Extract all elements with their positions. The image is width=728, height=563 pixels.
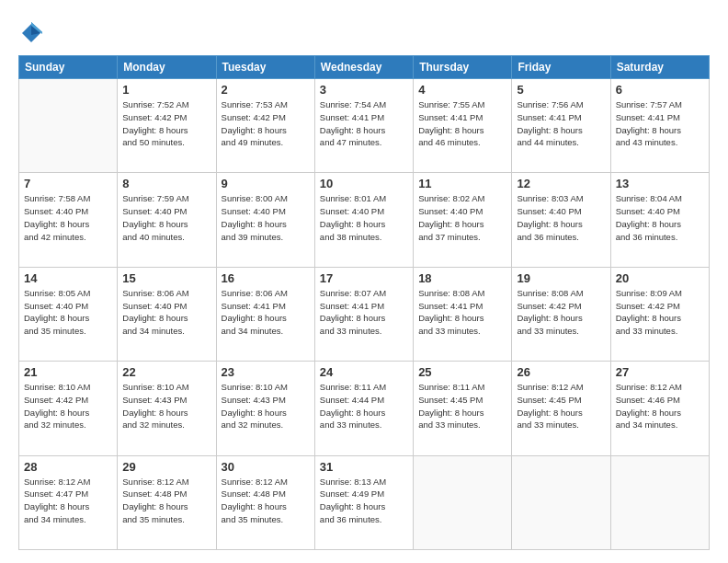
calendar-header-thursday: Thursday	[414, 56, 512, 79]
day-number: 21	[24, 365, 112, 379]
calendar-cell: 26Sunrise: 8:12 AM Sunset: 4:45 PM Dayli…	[512, 362, 610, 455]
day-number: 26	[517, 365, 605, 379]
day-info: Sunrise: 7:52 AM Sunset: 4:42 PM Dayligh…	[122, 98, 210, 149]
calendar-header-sunday: Sunday	[19, 56, 118, 79]
calendar-cell: 14Sunrise: 8:05 AM Sunset: 4:40 PM Dayli…	[19, 267, 118, 361]
day-info: Sunrise: 7:53 AM Sunset: 4:42 PM Dayligh…	[222, 98, 310, 149]
day-info: Sunrise: 8:02 AM Sunset: 4:40 PM Dayligh…	[418, 192, 506, 243]
calendar-cell: 7Sunrise: 7:58 AM Sunset: 4:40 PM Daylig…	[19, 173, 118, 267]
day-info: Sunrise: 8:03 AM Sunset: 4:40 PM Dayligh…	[517, 192, 605, 243]
day-info: Sunrise: 8:05 AM Sunset: 4:40 PM Dayligh…	[24, 287, 112, 338]
day-number: 3	[320, 83, 408, 97]
calendar-cell: 12Sunrise: 8:03 AM Sunset: 4:40 PM Dayli…	[512, 173, 610, 267]
calendar-cell: 19Sunrise: 8:08 AM Sunset: 4:42 PM Dayli…	[512, 267, 610, 361]
day-number: 23	[222, 365, 310, 379]
day-number: 13	[616, 177, 704, 190]
calendar-cell: 15Sunrise: 8:06 AM Sunset: 4:40 PM Dayli…	[118, 267, 216, 361]
header	[18, 17, 710, 46]
calendar-cell: 31Sunrise: 8:13 AM Sunset: 4:49 PM Dayli…	[314, 455, 413, 549]
day-info: Sunrise: 8:13 AM Sunset: 4:49 PM Dayligh…	[320, 476, 408, 526]
calendar-cell: 30Sunrise: 8:12 AM Sunset: 4:48 PM Dayli…	[216, 455, 314, 549]
calendar-cell: 1Sunrise: 7:52 AM Sunset: 4:42 PM Daylig…	[118, 79, 216, 173]
day-info: Sunrise: 7:55 AM Sunset: 4:41 PM Dayligh…	[418, 98, 506, 149]
calendar-cell: 13Sunrise: 8:04 AM Sunset: 4:40 PM Dayli…	[610, 173, 709, 267]
calendar-week-row: 1Sunrise: 7:52 AM Sunset: 4:42 PM Daylig…	[19, 79, 710, 173]
calendar-table: SundayMondayTuesdayWednesdayThursdayFrid…	[18, 55, 710, 550]
calendar-week-row: 21Sunrise: 8:10 AM Sunset: 4:42 PM Dayli…	[19, 362, 710, 455]
calendar-week-row: 14Sunrise: 8:05 AM Sunset: 4:40 PM Dayli…	[19, 267, 710, 361]
day-number: 10	[320, 177, 408, 190]
day-number: 30	[222, 460, 310, 474]
calendar-cell: 16Sunrise: 8:06 AM Sunset: 4:41 PM Dayli…	[216, 267, 314, 361]
calendar-cell: 25Sunrise: 8:11 AM Sunset: 4:45 PM Dayli…	[414, 362, 512, 455]
calendar-week-row: 28Sunrise: 8:12 AM Sunset: 4:47 PM Dayli…	[19, 455, 710, 549]
day-info: Sunrise: 8:10 AM Sunset: 4:43 PM Dayligh…	[122, 381, 210, 431]
day-number: 19	[517, 271, 605, 285]
calendar-cell: 20Sunrise: 8:09 AM Sunset: 4:42 PM Dayli…	[610, 267, 709, 361]
calendar-cell: 22Sunrise: 8:10 AM Sunset: 4:43 PM Dayli…	[118, 362, 216, 455]
calendar-header-saturday: Saturday	[610, 56, 709, 79]
day-number: 16	[222, 271, 310, 285]
calendar-cell	[610, 455, 709, 549]
day-info: Sunrise: 8:10 AM Sunset: 4:42 PM Dayligh…	[24, 381, 112, 431]
calendar-header-friday: Friday	[512, 56, 610, 79]
day-info: Sunrise: 8:12 AM Sunset: 4:47 PM Dayligh…	[24, 476, 112, 526]
calendar-cell: 5Sunrise: 7:56 AM Sunset: 4:41 PM Daylig…	[512, 79, 610, 173]
day-number: 31	[320, 460, 408, 474]
day-number: 29	[122, 460, 210, 474]
day-info: Sunrise: 8:08 AM Sunset: 4:42 PM Dayligh…	[517, 287, 605, 338]
day-number: 22	[122, 365, 210, 379]
page: SundayMondayTuesdayWednesdayThursdayFrid…	[0, 0, 728, 563]
day-info: Sunrise: 8:04 AM Sunset: 4:40 PM Dayligh…	[616, 192, 704, 243]
day-info: Sunrise: 8:11 AM Sunset: 4:45 PM Dayligh…	[418, 381, 506, 431]
day-info: Sunrise: 8:00 AM Sunset: 4:40 PM Dayligh…	[222, 192, 310, 243]
day-info: Sunrise: 7:58 AM Sunset: 4:40 PM Dayligh…	[24, 192, 112, 243]
day-info: Sunrise: 8:10 AM Sunset: 4:43 PM Dayligh…	[222, 381, 310, 431]
day-number: 24	[320, 365, 408, 379]
day-info: Sunrise: 7:56 AM Sunset: 4:41 PM Dayligh…	[517, 98, 605, 149]
day-info: Sunrise: 8:11 AM Sunset: 4:44 PM Dayligh…	[320, 381, 408, 431]
day-info: Sunrise: 8:07 AM Sunset: 4:41 PM Dayligh…	[320, 287, 408, 338]
day-number: 4	[418, 83, 506, 97]
calendar-cell: 18Sunrise: 8:08 AM Sunset: 4:41 PM Dayli…	[414, 267, 512, 361]
day-number: 9	[222, 177, 310, 190]
day-number: 2	[222, 83, 310, 97]
day-number: 25	[418, 365, 506, 379]
day-number: 11	[418, 177, 506, 190]
calendar-cell	[19, 79, 118, 173]
day-info: Sunrise: 8:12 AM Sunset: 4:48 PM Dayligh…	[122, 476, 210, 526]
calendar-header-row: SundayMondayTuesdayWednesdayThursdayFrid…	[19, 56, 710, 79]
day-number: 12	[517, 177, 605, 190]
calendar-cell: 17Sunrise: 8:07 AM Sunset: 4:41 PM Dayli…	[314, 267, 413, 361]
calendar-cell: 11Sunrise: 8:02 AM Sunset: 4:40 PM Dayli…	[414, 173, 512, 267]
calendar-cell: 4Sunrise: 7:55 AM Sunset: 4:41 PM Daylig…	[414, 79, 512, 173]
day-info: Sunrise: 8:06 AM Sunset: 4:40 PM Dayligh…	[122, 287, 210, 338]
day-info: Sunrise: 8:09 AM Sunset: 4:42 PM Dayligh…	[616, 287, 704, 338]
calendar-header-tuesday: Tuesday	[216, 56, 314, 79]
day-info: Sunrise: 7:59 AM Sunset: 4:40 PM Dayligh…	[122, 192, 210, 243]
day-info: Sunrise: 7:54 AM Sunset: 4:41 PM Dayligh…	[320, 98, 408, 149]
calendar-header-monday: Monday	[118, 56, 216, 79]
day-info: Sunrise: 8:01 AM Sunset: 4:40 PM Dayligh…	[320, 192, 408, 243]
calendar-cell: 10Sunrise: 8:01 AM Sunset: 4:40 PM Dayli…	[314, 173, 413, 267]
day-number: 17	[320, 271, 408, 285]
calendar-cell: 3Sunrise: 7:54 AM Sunset: 4:41 PM Daylig…	[314, 79, 413, 173]
calendar-cell: 8Sunrise: 7:59 AM Sunset: 4:40 PM Daylig…	[118, 173, 216, 267]
calendar-cell	[414, 455, 512, 549]
day-number: 7	[24, 177, 112, 190]
day-number: 5	[517, 83, 605, 97]
calendar-cell: 27Sunrise: 8:12 AM Sunset: 4:46 PM Dayli…	[610, 362, 709, 455]
calendar-cell: 23Sunrise: 8:10 AM Sunset: 4:43 PM Dayli…	[216, 362, 314, 455]
day-info: Sunrise: 8:12 AM Sunset: 4:46 PM Dayligh…	[616, 381, 704, 431]
day-number: 27	[616, 365, 704, 379]
day-info: Sunrise: 7:57 AM Sunset: 4:41 PM Dayligh…	[616, 98, 704, 149]
day-number: 15	[122, 271, 210, 285]
day-number: 28	[24, 460, 112, 474]
day-number: 14	[24, 271, 112, 285]
day-number: 1	[122, 83, 210, 97]
calendar-cell: 6Sunrise: 7:57 AM Sunset: 4:41 PM Daylig…	[610, 79, 709, 173]
calendar-cell: 2Sunrise: 7:53 AM Sunset: 4:42 PM Daylig…	[216, 79, 314, 173]
day-number: 6	[616, 83, 704, 97]
calendar-week-row: 7Sunrise: 7:58 AM Sunset: 4:40 PM Daylig…	[19, 173, 710, 267]
calendar-cell: 24Sunrise: 8:11 AM Sunset: 4:44 PM Dayli…	[314, 362, 413, 455]
